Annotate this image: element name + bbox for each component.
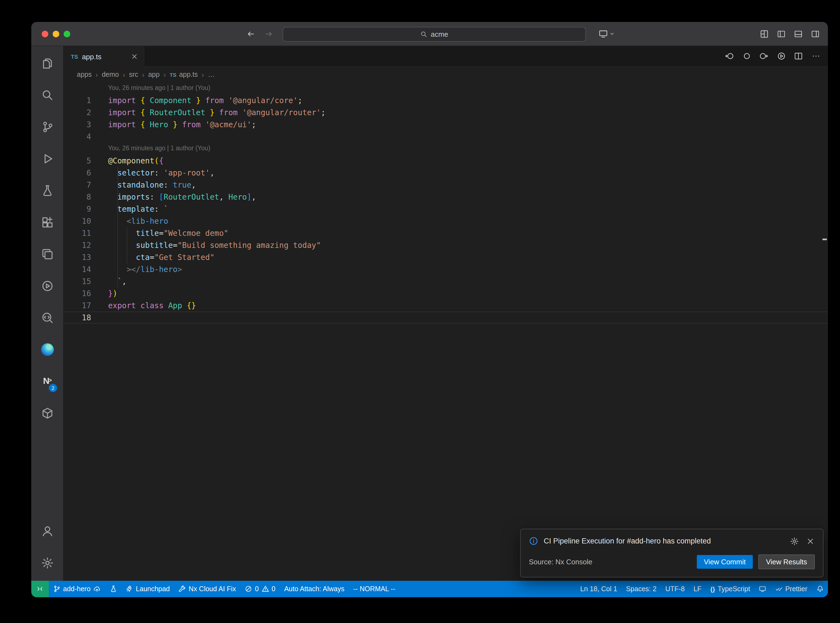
line-number: 15: [63, 275, 91, 287]
code-line: 2import { RouterOutlet } from '@angular/…: [63, 106, 828, 118]
edge-browser-icon[interactable]: [34, 333, 60, 365]
eol-item[interactable]: LF: [689, 581, 706, 597]
notification-close-button[interactable]: [806, 537, 815, 545]
line-number: 7: [63, 179, 91, 191]
prettier-item[interactable]: Prettier: [771, 581, 812, 597]
flask-item[interactable]: [105, 581, 121, 597]
line-number: [63, 82, 91, 94]
toggle-primary-sidebar-button[interactable]: [777, 30, 786, 38]
line-number: 11: [63, 227, 91, 239]
blame-annotation: You, 26 minutes ago | 1 author (You): [63, 143, 828, 155]
nav-forward-circle-icon[interactable]: [759, 52, 768, 61]
breadcrumb-item[interactable]: apps: [77, 71, 92, 78]
command-center-search[interactable]: acme: [283, 27, 586, 42]
manage-remote-window-button[interactable]: [599, 29, 615, 38]
customize-layout-button[interactable]: [760, 30, 769, 38]
split-editor-icon[interactable]: [794, 52, 803, 61]
breadcrumb-item[interactable]: demo: [102, 71, 119, 78]
code-line: 13 cta="Get Started": [63, 251, 828, 263]
code-lines: You, 26 minutes ago | 1 author (You)1imp…: [63, 82, 828, 324]
tab-app-ts[interactable]: TS app.ts: [63, 46, 144, 67]
line-number: 4: [63, 130, 91, 143]
view-commit-button[interactable]: View Commit: [697, 555, 753, 569]
line-number: 14: [63, 263, 91, 275]
notification-toast: CI Pipeline Execution for #add-hero has …: [520, 529, 823, 577]
encoding-item[interactable]: UTF-8: [661, 581, 689, 597]
run-debug-icon[interactable]: [34, 143, 60, 174]
vscode-window: acme N>2 TS app.ts: [31, 22, 828, 597]
breadcrumb-separator: ›: [163, 71, 166, 79]
code-editor[interactable]: You, 26 minutes ago | 1 author (You)1imp…: [63, 82, 828, 581]
breadcrumb-separator: ›: [95, 71, 98, 79]
nav-back-circle-icon[interactable]: [725, 52, 734, 61]
code-line: 17export class App {}: [63, 299, 828, 312]
desktop: acme N>2 TS app.ts: [0, 0, 840, 623]
package-icon[interactable]: [34, 397, 60, 429]
typescript-file-icon: TS: [170, 72, 177, 78]
launchpad-item[interactable]: Launchpad: [121, 581, 174, 597]
line-number: 18: [63, 312, 91, 324]
zoom-window-button[interactable]: [64, 31, 70, 37]
breadcrumb-item[interactable]: TSapp.ts: [170, 71, 198, 78]
run-circle-icon[interactable]: [777, 52, 786, 61]
auto-attach-item[interactable]: Auto Attach: Always: [280, 581, 349, 597]
breadcrumb-separator: ›: [142, 71, 144, 79]
activity-badge: 2: [49, 384, 57, 392]
circle-icon[interactable]: [742, 52, 751, 61]
nx-cloud-ai-fix-item[interactable]: Nx Cloud AI Fix: [174, 581, 240, 597]
language-item[interactable]: {}TypeScript: [706, 581, 754, 597]
typescript-file-icon: TS: [71, 53, 78, 60]
notification-title: CI Pipeline Execution for #add-hero has …: [544, 537, 785, 545]
navigate-forward-button[interactable]: [264, 30, 273, 38]
more-actions-icon[interactable]: [811, 52, 820, 61]
breadcrumb-item[interactable]: src: [129, 71, 138, 78]
tab-label: app.ts: [82, 52, 101, 61]
extensions-icon[interactable]: [34, 206, 60, 238]
search-icon[interactable]: [34, 79, 60, 111]
code-search-icon[interactable]: [34, 302, 60, 333]
close-tab-button[interactable]: [131, 53, 138, 60]
code-line: 1import { Component } from '@angular/cor…: [63, 94, 828, 106]
vim-mode-item[interactable]: -- NORMAL --: [349, 581, 400, 597]
git-branch-item[interactable]: add-hero: [49, 581, 105, 597]
navigate-back-button[interactable]: [246, 30, 255, 38]
code-line: 15 `,: [63, 275, 828, 287]
line-number: 1: [63, 94, 91, 106]
monitor-icon: [599, 29, 608, 38]
breadcrumb-separator: ›: [202, 71, 204, 79]
cursor-position-item[interactable]: Ln 18, Col 1: [576, 581, 622, 597]
notifications-bell-item[interactable]: [812, 581, 828, 597]
breadcrumb-item[interactable]: …: [208, 71, 215, 78]
layout-controls: [760, 30, 820, 38]
code-line: 8 imports: [RouterOutlet, Hero],: [63, 191, 828, 203]
minimize-window-button[interactable]: [53, 31, 59, 37]
close-window-button[interactable]: [42, 31, 48, 37]
run-profile-icon[interactable]: [34, 270, 60, 302]
breadcrumb-item[interactable]: app: [148, 71, 160, 78]
screen-item[interactable]: [754, 581, 771, 597]
toggle-panel-button[interactable]: [794, 30, 803, 38]
problems-item[interactable]: 00: [240, 581, 280, 597]
account-icon[interactable]: [34, 515, 60, 547]
nx-console-icon[interactable]: N>2: [34, 365, 60, 397]
line-number: 6: [63, 167, 91, 179]
explorer-icon[interactable]: [34, 47, 60, 79]
breadcrumb: apps›demo›src›app›TSapp.ts›…: [63, 67, 828, 82]
code-line: 12 subtitle="Build something amazing tod…: [63, 239, 828, 251]
testing-icon[interactable]: [34, 174, 60, 206]
source-control-icon[interactable]: [34, 111, 60, 143]
title-bar: acme: [31, 22, 828, 46]
notification-settings-button[interactable]: [790, 537, 799, 545]
code-line: 16}): [63, 287, 828, 299]
toggle-secondary-sidebar-button[interactable]: [811, 30, 820, 38]
indentation-item[interactable]: Spaces: 2: [622, 581, 661, 597]
settings-gear-icon[interactable]: [34, 547, 60, 578]
windows-icon[interactable]: [34, 238, 60, 270]
code-line: 9 template: `: [63, 203, 828, 215]
code-line: 10 <lib-hero: [63, 215, 828, 227]
window-controls: [42, 31, 70, 37]
view-results-button[interactable]: View Results: [758, 554, 815, 569]
indent-guide: [127, 227, 127, 263]
remote-indicator[interactable]: [31, 581, 49, 597]
activity-bar: N>2: [31, 46, 63, 581]
